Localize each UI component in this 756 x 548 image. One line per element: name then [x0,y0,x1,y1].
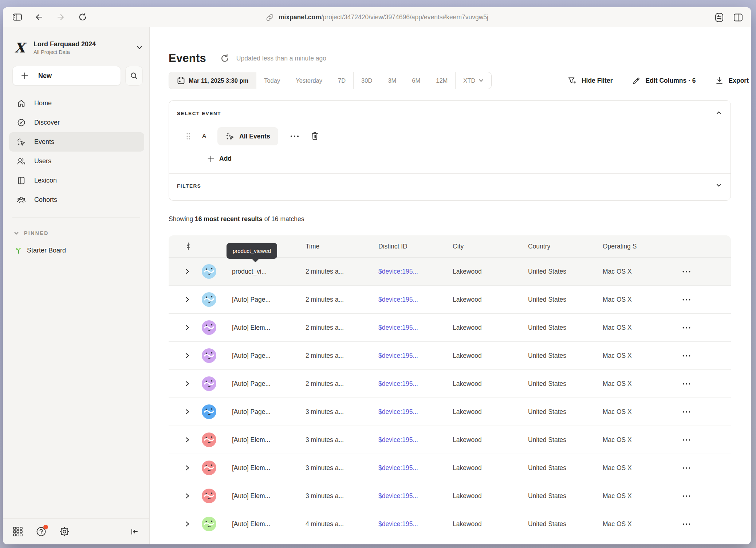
range-xtd[interactable]: XTD [456,72,491,89]
calendar-icon [177,76,185,85]
table-row[interactable]: [Auto] Page... 2 minutes a... $device:19… [169,342,731,370]
updated-status: Updated less than a minute ago [236,55,326,62]
range-yesterday[interactable]: Yesterday [288,72,330,89]
city: Lakewood [453,352,528,360]
browser-back-icon[interactable] [34,12,44,23]
table-row[interactable]: [Auto] Elem... 3 minutes a... $device:19… [169,482,731,510]
col-header-country[interactable]: Country [528,243,603,250]
settings-gear-icon[interactable] [59,526,70,537]
search-button[interactable] [125,66,143,86]
event-name: [Auto] Page... [232,380,306,388]
browser-split-view-icon[interactable] [733,12,744,23]
sidebar-item-label: Lexicon [34,177,57,184]
apps-grid-icon[interactable] [12,526,23,537]
table-row[interactable]: product_vi... 2 minutes a... $device:195… [169,258,731,286]
row-menu-icon[interactable] [682,355,731,357]
range-3m[interactable]: 3M [380,72,404,89]
distinct-id: $device:195... [378,296,453,304]
table-row[interactable]: [Auto] Elem... 2 minutes a... $device:19… [169,314,731,342]
sort-by-time-icon[interactable] [169,242,202,250]
expand-row-icon[interactable] [169,437,202,443]
table-row[interactable]: [Auto] Elem... 3 minutes a... $device:19… [169,454,731,482]
event-name: [Auto] Page... [232,296,306,304]
row-menu-icon[interactable] [682,326,731,329]
browser-reload-icon[interactable] [77,12,88,23]
range-12m[interactable]: 12M [428,72,456,89]
sidebar-item-label: Users [34,157,51,165]
expand-row-icon[interactable] [169,324,202,331]
expand-row-icon[interactable] [169,352,202,359]
sidebar-item-lexicon[interactable]: Lexicon [9,171,144,190]
expand-row-icon[interactable] [169,408,202,415]
browser-sidebar-toggle-icon[interactable] [12,12,23,23]
expand-row-icon[interactable] [169,521,202,527]
table-row[interactable]: [Auto] Elem... 3 minutes a... $device:19… [169,426,731,454]
help-button[interactable] [36,526,47,537]
table-row[interactable]: [Auto] Page... 2 minutes a... $device:19… [169,370,731,398]
add-event-button[interactable]: Add [207,155,247,163]
sidebar-item-cohorts[interactable]: Cohorts [9,190,144,210]
hide-filter-button[interactable]: Hide Filter [567,76,613,85]
sidebar-item-discover[interactable]: Discover [9,113,144,132]
row-menu-icon[interactable] [682,495,731,497]
row-menu-icon[interactable] [682,298,731,301]
row-menu-icon[interactable] [682,411,731,413]
col-header-distinct-id[interactable]: Distinct ID [378,243,453,250]
expand-row-icon[interactable] [169,268,202,275]
event-name: [Auto] Elem... [232,464,306,472]
event-avatar [202,489,216,503]
event-avatar [202,404,216,419]
browser-window: mixpanel.com/project/3472420/view/397469… [3,7,751,544]
table-row[interactable] [169,538,731,544]
event-selector-chip[interactable]: All Events [217,127,278,145]
expand-section-icon[interactable] [716,183,722,187]
delete-event-icon[interactable] [310,132,319,141]
event-more-options-icon[interactable] [288,133,302,140]
event-avatar [202,320,216,335]
sidebar-item-events[interactable]: Events [9,132,144,152]
sidebar-item-home[interactable]: Home [9,94,144,113]
country: United States [528,464,603,472]
edit-columns-button[interactable]: Edit Columns · 6 [632,76,696,85]
table-row[interactable]: [Auto] Page... 2 minutes a... $device:19… [169,286,731,314]
col-header-city[interactable]: City [453,243,528,250]
browser-forward-icon[interactable] [55,12,66,23]
operating-system: Mac OS X [603,352,680,360]
table-row[interactable]: [Auto] Elem... 4 minutes a... $device:19… [169,510,731,538]
collapse-sidebar-icon[interactable] [130,527,139,536]
range-7d[interactable]: 7D [330,72,354,89]
table-row[interactable]: [Auto] Page... 3 minutes a... $device:19… [169,398,731,426]
col-header-time[interactable]: Time [306,243,378,250]
project-switcher[interactable]: X Lord Farquaad 2024 All Project Data [12,40,143,55]
sidebar-item-starter-board[interactable]: Starter Board [15,246,149,254]
address-bar[interactable]: mixpanel.com/project/3472420/view/397469… [265,7,488,27]
sidebar-item-users[interactable]: Users [9,152,144,171]
operating-system: Mac OS X [603,268,680,275]
export-button[interactable]: Export [715,76,749,85]
row-menu-icon[interactable] [682,467,731,469]
new-button[interactable]: New [12,66,121,86]
row-menu-icon[interactable] [682,383,731,385]
row-menu-icon[interactable] [682,270,731,273]
range-30d[interactable]: 30D [354,72,380,89]
collapse-section-icon[interactable] [716,111,722,115]
range-today[interactable]: Today [256,72,288,89]
project-subtitle: All Project Data [34,49,136,55]
row-menu-icon[interactable] [682,439,731,441]
range-6m[interactable]: 6M [404,72,428,89]
refresh-icon[interactable] [220,54,230,63]
chevron-down-icon [479,79,484,82]
drag-handle-icon[interactable] [186,133,190,140]
event-avatar [202,432,216,447]
browser-page-settings-icon[interactable] [714,12,725,23]
row-menu-icon[interactable] [682,523,731,525]
pinned-section-header[interactable]: PINNED [14,230,149,236]
expand-row-icon[interactable] [169,296,202,303]
country: United States [528,324,603,332]
col-header-os[interactable]: Operating S [603,243,680,250]
date-picker-segment[interactable]: Mar 11, 2025 3:30 pm [169,72,256,89]
expand-row-icon[interactable] [169,380,202,387]
expand-row-icon[interactable] [169,465,202,471]
expand-row-icon[interactable] [169,493,202,499]
browser-toolbar: mixpanel.com/project/3472420/view/397469… [3,7,751,27]
